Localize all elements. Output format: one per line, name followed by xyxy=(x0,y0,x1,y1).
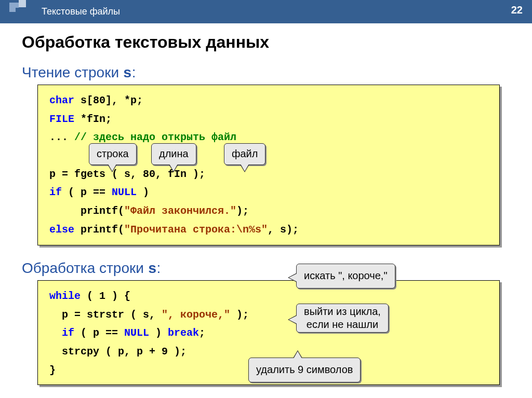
main-title: Обработка текстовых данных xyxy=(22,33,510,52)
code-line: char s[80], *p; xyxy=(49,91,488,110)
code-line: else printf("Прочитана строка:\n%s", s); xyxy=(49,221,488,239)
page-number: 22 xyxy=(511,4,523,16)
code-line: p = strstr ( s, ", короче," ); xyxy=(49,306,488,324)
section1-title-prefix: Чтение строки xyxy=(22,64,123,80)
code-line: if ( p == NULL ) xyxy=(49,183,488,202)
section1-title-var: s xyxy=(123,65,132,81)
callout-search: искать ", короче," xyxy=(296,264,395,289)
section2-title: Обработка строки s: xyxy=(22,260,510,277)
callout-length: длина xyxy=(151,143,196,165)
callout-delete: удалить 9 символов xyxy=(248,358,361,382)
callout-file: файл xyxy=(224,143,265,165)
callout-string: строка xyxy=(89,143,137,165)
header-decoration xyxy=(0,0,39,23)
code-line: FILE *fIn; xyxy=(49,110,488,129)
section1-title: Чтение строки s: xyxy=(22,64,510,81)
header-bar: Текстовые файлы 22 xyxy=(0,0,532,23)
code-line: if ( p == NULL ) break; xyxy=(49,324,488,342)
section2-title-prefix: Обработка строки xyxy=(22,260,148,276)
section2-title-var: s xyxy=(148,261,157,277)
section2-title-suffix: : xyxy=(156,260,161,276)
code-block-1: char s[80], *p; FILE *fIn; ... // здесь … xyxy=(37,85,500,245)
content-area: Обработка текстовых данных Чтение строки… xyxy=(0,23,532,398)
header-title: Текстовые файлы xyxy=(42,6,120,17)
callout-break: выйти из цикла, если не нашли xyxy=(296,304,389,333)
section1-title-suffix: : xyxy=(132,64,136,80)
code-line: printf("Файл закончился."); xyxy=(49,202,488,221)
callout-break-line1: выйти из цикла, xyxy=(304,306,381,317)
code-block-2: while ( 1 ) { p = strstr ( s, ", короче,… xyxy=(37,280,500,385)
code-line: while ( 1 ) { xyxy=(49,287,488,306)
callout-break-line2: если не нашли xyxy=(307,319,378,330)
